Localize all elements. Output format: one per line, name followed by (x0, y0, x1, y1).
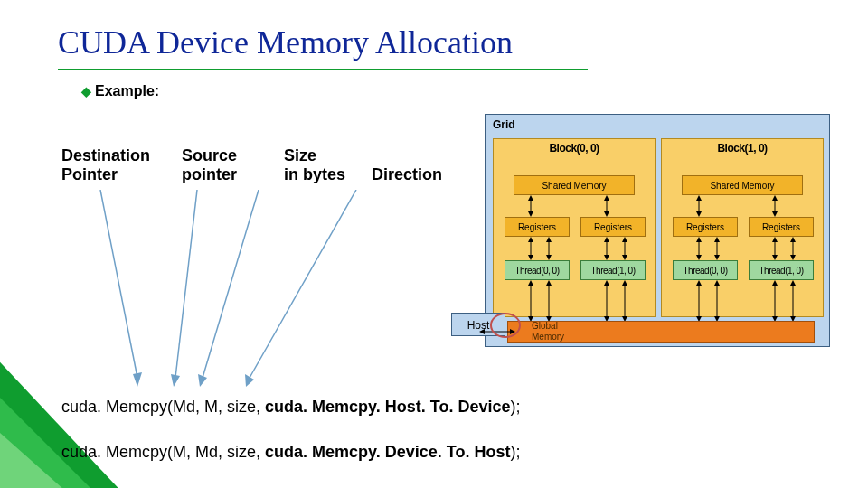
block-0-0: Block(0, 0) Shared Memory Registers Regi… (493, 138, 656, 317)
svg-marker-72 (479, 329, 485, 334)
example-bullet: ◆Example: (81, 83, 159, 99)
conn-thread-gmem-1d (788, 280, 797, 322)
conn-reg-thread-0d (620, 237, 629, 260)
svg-marker-58 (790, 255, 796, 260)
svg-marker-4 (133, 372, 142, 387)
shared-memory-1: Shared Memory (682, 175, 803, 195)
label-source: Source (182, 146, 237, 164)
conn-shmem-reg-1a (694, 195, 703, 217)
conn-thread-gmem-0b (544, 280, 553, 322)
block-1-0: Block(1, 0) Shared Memory Registers Regi… (661, 138, 824, 317)
conn-thread-gmem-1b (712, 280, 722, 322)
global-memory-label-2: Memory (532, 332, 814, 343)
conn-reg-thread-1b (712, 237, 722, 260)
registers-0-1: Registers (580, 217, 646, 237)
svg-marker-24 (604, 237, 609, 242)
conn-shmem-reg-0b (602, 195, 611, 217)
svg-marker-16 (604, 211, 609, 217)
thread-1-0: Thread(0, 0) (673, 260, 738, 280)
conn-shmem-reg-1b (770, 195, 779, 217)
host-ellipse-icon (489, 312, 522, 339)
conn-thread-gmem-1c (770, 280, 779, 322)
svg-marker-22 (546, 255, 552, 260)
svg-marker-6 (171, 374, 180, 387)
svg-line-9 (250, 190, 356, 378)
svg-marker-8 (198, 374, 207, 387)
svg-marker-42 (696, 195, 702, 201)
svg-marker-66 (772, 280, 778, 286)
code1-bold: cuda. Memcpy. Host. To. Device (265, 398, 510, 416)
code1-post: ); (510, 398, 520, 416)
code-line-2: cuda. Memcpy(M, Md, size, cuda. Memcpy. … (61, 443, 520, 462)
svg-marker-27 (622, 237, 627, 242)
svg-marker-33 (546, 280, 552, 286)
conn-shmem-reg-0a (526, 195, 535, 217)
label-source-2: pointer (182, 165, 237, 183)
svg-line-3 (100, 190, 137, 378)
code2-pre: cuda. Memcpy(M, Md, size, (61, 443, 265, 461)
block-1-label: Block(1, 0) (662, 139, 823, 155)
conn-thread-gmem-0c (602, 280, 611, 322)
thread-1-1: Thread(1, 0) (749, 260, 814, 280)
svg-marker-55 (772, 255, 778, 260)
svg-line-5 (175, 190, 197, 378)
thread-0-0: Thread(0, 0) (505, 260, 570, 280)
label-direction: Direction (372, 165, 442, 183)
svg-marker-28 (622, 255, 627, 260)
label-destination: Destination (61, 146, 150, 164)
svg-marker-21 (546, 237, 552, 242)
thread-0-1: Thread(1, 0) (580, 260, 646, 280)
code2-post: ); (510, 443, 520, 461)
svg-marker-43 (696, 211, 702, 217)
slide: CUDA Device Memory Allocation ◆Example: … (0, 0, 868, 488)
bullet-diamond-icon: ◆ (81, 84, 91, 99)
shared-memory-0: Shared Memory (514, 175, 635, 195)
title-underline (58, 69, 588, 70)
svg-marker-57 (790, 237, 796, 242)
conn-thread-gmem-0d (620, 280, 629, 322)
code1-pre: cuda. Memcpy(Md, M, size, (61, 398, 265, 416)
svg-marker-52 (714, 255, 720, 260)
svg-marker-60 (696, 280, 702, 286)
conn-reg-thread-1c (770, 237, 779, 260)
svg-marker-48 (696, 237, 702, 242)
grid-diagram: Grid Block(0, 0) Shared Memory Registers… (485, 114, 830, 347)
block-0-label: Block(0, 0) (494, 139, 655, 155)
label-size: Size (284, 146, 316, 164)
conn-reg-thread-0c (602, 237, 611, 260)
svg-marker-69 (790, 280, 796, 286)
svg-marker-54 (772, 237, 778, 242)
svg-marker-46 (772, 211, 778, 217)
svg-marker-49 (696, 255, 702, 260)
label-destination-2: Pointer (61, 165, 118, 183)
svg-marker-39 (622, 280, 627, 286)
code-line-1: cuda. Memcpy(Md, M, size, cuda. Memcpy. … (61, 398, 520, 417)
registers-1-0: Registers (673, 217, 738, 237)
global-memory-label-1: Global (532, 321, 814, 332)
param-labels: DestinationPointer Sourcepointer Sizein … (61, 146, 442, 184)
svg-marker-51 (714, 237, 720, 242)
example-label: Example: (95, 83, 159, 99)
svg-point-74 (491, 314, 520, 337)
svg-marker-18 (528, 237, 533, 242)
conn-reg-thread-1d (788, 237, 797, 260)
svg-marker-36 (604, 280, 609, 286)
registers-1-1: Registers (749, 217, 814, 237)
arrow-direction (239, 190, 365, 387)
svg-marker-63 (714, 280, 720, 286)
arrow-destination (96, 190, 150, 387)
conn-thread-gmem-0a (526, 280, 535, 322)
svg-marker-30 (528, 280, 533, 286)
svg-marker-13 (528, 211, 533, 217)
svg-marker-25 (604, 255, 609, 260)
registers-0-0: Registers (505, 217, 570, 237)
grid-label: Grid (493, 118, 515, 131)
svg-marker-15 (604, 195, 609, 201)
page-title: CUDA Device Memory Allocation (58, 23, 513, 61)
label-size-2: in bytes (284, 165, 345, 183)
svg-marker-12 (528, 195, 533, 201)
conn-reg-thread-0b (544, 237, 553, 260)
conn-thread-gmem-1a (694, 280, 703, 322)
svg-marker-19 (528, 255, 533, 260)
conn-reg-thread-0a (526, 237, 535, 260)
